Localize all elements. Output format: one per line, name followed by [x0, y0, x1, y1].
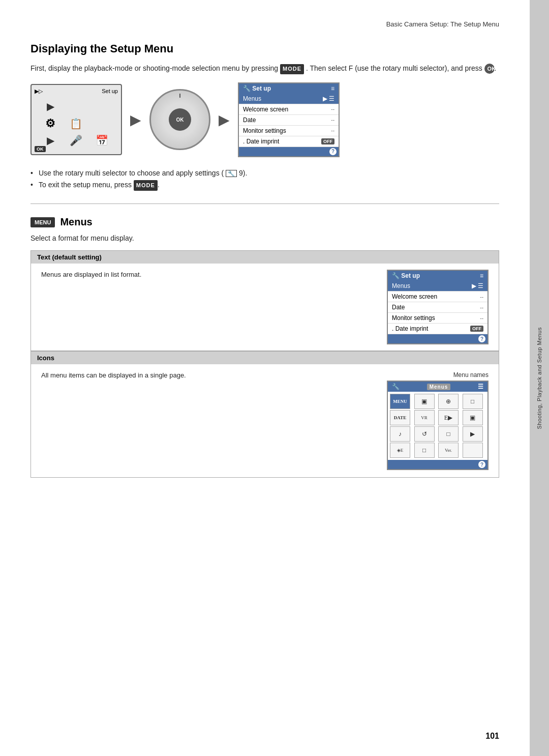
- menu-row-menus-2: Menus ▶ ☰: [388, 281, 487, 292]
- camera-screen-diagram: ▶▷ Set up ▶ ⚙ 📋 ▶ 🎤 📅 OK: [30, 84, 122, 155]
- menu-row-menus: Menus ▶ ☰: [239, 94, 339, 104]
- cam-grid: ▶ ⚙ 📋 ▶ 🎤 📅: [35, 98, 118, 149]
- menu-row-welcome-2: Welcome screen --: [388, 292, 487, 302]
- setup-header-icon: 🔧 Set up: [243, 85, 271, 92]
- menu-indicator-menus: ▶ ☰: [323, 95, 334, 102]
- icon-cell-menu: MENU: [390, 394, 410, 409]
- ok-bottom-badge: OK: [35, 146, 46, 152]
- page-header-title: Basic Camera Setup: The Setup Menu: [386, 20, 499, 28]
- cam-setup-label: Set up: [102, 88, 118, 95]
- setup-menu-panel-2: 🔧 Set up ≡ Menus ▶ ☰ Welcome screen -- D…: [387, 270, 489, 344]
- setup-header-icon4: ≡: [480, 272, 483, 279]
- page-header: Basic Camera Setup: The Setup Menu: [30, 20, 499, 30]
- menu-label-menus: Menus: [243, 95, 261, 102]
- rotary-tick: [179, 94, 180, 98]
- cam-icon-settings: ⚙: [45, 117, 55, 130]
- icon-header-right: ☰: [478, 383, 483, 390]
- help-icon-1: ?: [329, 148, 337, 155]
- icon-menu-panel: 🔧 Menus ☰ MENU ▣ ⊕ □ DATE VR: [387, 381, 489, 470]
- icons-desc: All menu items can be displayed in a sin…: [41, 371, 377, 379]
- intro-text2: . Then select F (use the rotary multi se…: [306, 64, 482, 72]
- menu-label-welcome: Welcome screen: [243, 106, 288, 113]
- menu-indicator-welcome-2: --: [480, 294, 483, 300]
- mode-badge-inline: MODE: [134, 180, 158, 191]
- icon-cell-sound: ♪: [390, 426, 410, 442]
- menu-indicator-date: --: [331, 117, 334, 123]
- icon-cell-3: □: [463, 394, 483, 409]
- menu-indicator-welcome: --: [331, 106, 334, 112]
- icon-header-left: 🔧: [392, 383, 400, 390]
- menu-row-dateimprint-2: . Date imprint OFF: [388, 324, 487, 334]
- help-icon-2: ?: [478, 335, 485, 342]
- icon-menu-header: 🔧 Menus ☰: [388, 382, 487, 392]
- cam-icon-play2: ▶: [47, 134, 54, 147]
- setup-menu-header-1: 🔧 Set up ≡: [239, 83, 339, 94]
- section-divider: [30, 203, 499, 204]
- setup-header-icon2: ≡: [331, 85, 334, 92]
- ok-badge: OK: [484, 64, 495, 74]
- menus-subtitle: Select a format for menu display.: [30, 234, 499, 242]
- side-tab: Shooting, Playback and Setup Menus: [530, 0, 549, 756]
- menu-indicator-menus-2: ▶ ☰: [472, 282, 483, 289]
- cam-icon-mic: 🎤: [70, 134, 82, 147]
- menu-row-date-2: Date --: [388, 302, 487, 313]
- section1-title: Displaying the Setup Menu: [30, 42, 499, 55]
- text-setting-desc: Menus are displayed in list format.: [41, 270, 375, 280]
- menu-row-dateimprint: . Date imprint OFF: [239, 136, 339, 147]
- main-content: Basic Camera Setup: The Setup Menu Displ…: [0, 0, 530, 756]
- help-icon-3: ?: [478, 461, 485, 468]
- menus-badge: Menus: [427, 384, 451, 390]
- menu-label-date: Date: [243, 117, 256, 124]
- page-number: 101: [485, 732, 499, 741]
- icon-cell-rotate: ↺: [414, 426, 435, 442]
- menu-icon-box: MENU: [30, 217, 55, 227]
- side-tab-text: Shooting, Playback and Setup Menus: [536, 327, 542, 429]
- icon-menu-grid: MENU ▣ ⊕ □ DATE VR E▶ ▣ ♪ ↺ □: [388, 392, 487, 460]
- menu-label-monitor: Monitor settings: [243, 127, 286, 134]
- off-badge-2: OFF: [470, 326, 483, 332]
- menus-section-header: MENU Menus: [30, 216, 499, 228]
- bullet-item-2: To exit the setup menu, press MODE.: [30, 179, 499, 191]
- arrow1: ▶: [130, 111, 141, 128]
- menu-panel-footer-3: ?: [388, 460, 487, 469]
- menu-panel-footer-2: ?: [388, 334, 487, 343]
- menu-label-monitor-2: Monitor settings: [392, 314, 435, 322]
- icon-cell-6: ◈E: [390, 443, 410, 458]
- menu-names-label: Menu names: [453, 371, 489, 379]
- menu-row-welcome: Welcome screen --: [239, 104, 339, 115]
- setup-menu-header-2: 🔧 Set up ≡: [388, 271, 487, 281]
- bullet-list: Use the rotary multi selector to choose …: [30, 167, 499, 192]
- panel-right-area: Menu names 🔧 Menus ☰ MENU ▣ ⊕ □: [387, 371, 489, 470]
- icon-cell-ver: Ver.: [438, 443, 459, 458]
- cam-icon-play: ▶: [47, 100, 54, 112]
- menu-label-dateimprint-2: . Date imprint: [392, 325, 428, 332]
- icon-cell-7: □: [414, 443, 435, 458]
- icon-cell-4: ▣: [463, 410, 483, 425]
- text-setting-content: Menus are displayed in list format. 🔧 Se…: [31, 264, 499, 351]
- icon-cell-2: ⊕: [438, 394, 459, 409]
- icon-cell-date: DATE: [390, 410, 410, 425]
- icon-cell-ef: E▶: [438, 410, 459, 425]
- menu-indicator-monitor: --: [331, 128, 334, 133]
- menu-row-monitor: Monitor settings --: [239, 126, 339, 136]
- bullet-item-1: Use the rotary multi selector to choose …: [30, 167, 499, 180]
- menu-indicator-monitor-2: --: [480, 315, 483, 321]
- icon-cell-1: ▣: [414, 394, 435, 409]
- off-badge-1: OFF: [321, 138, 334, 144]
- icon-cell-vr: VR: [414, 410, 435, 425]
- menu-panel-footer-1: ?: [239, 147, 339, 156]
- icon-cell-5: □: [438, 426, 459, 442]
- menu-indicator-date-2: --: [480, 305, 483, 310]
- arrow2: ▶: [219, 111, 230, 128]
- menu-label-welcome-2: Welcome screen: [392, 293, 437, 300]
- text-setting-box: Text (default setting) Menus are display…: [30, 250, 499, 478]
- menu-label-menus-2: Menus: [392, 282, 410, 289]
- cam-icon-list: 📋: [70, 118, 82, 130]
- rotary-center: OK: [169, 108, 191, 131]
- diagram-row: ▶▷ Set up ▶ ⚙ 📋 ▶ 🎤 📅 OK ▶ OK ▶: [30, 82, 499, 157]
- intro-text: First, display the playback-mode or shoo…: [30, 64, 278, 72]
- setup-menu-panel-1: 🔧 Set up ≡ Menus ▶ ☰ Welcome screen -- D…: [238, 82, 340, 157]
- menu-label-dateimprint: . Date imprint: [243, 138, 279, 145]
- cam-screen-header: ▶▷ Set up: [35, 88, 118, 95]
- menu-label-date-2: Date: [392, 304, 405, 311]
